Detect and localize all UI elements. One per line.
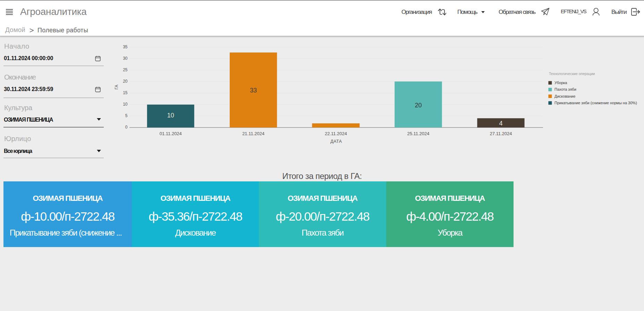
svg-text:01.11.2024: 01.11.2024 (160, 131, 182, 136)
svg-text:Прикатывание зяби (снижение но: Прикатывание зяби (снижение нормы на 30%… (554, 101, 637, 105)
svg-text:20: 20 (415, 102, 422, 109)
svg-text:Дискование: Дискование (554, 94, 575, 98)
svg-text:Технологические операции: Технологические операции (549, 72, 595, 76)
svg-text:30: 30 (123, 56, 128, 61)
svg-text:25.11.2024: 25.11.2024 (407, 131, 429, 136)
svg-text:Пахота зяби: Пахота зяби (554, 87, 576, 91)
svg-text:ДАТА: ДАТА (330, 139, 342, 144)
svg-text:21.11.2024: 21.11.2024 (242, 131, 264, 136)
svg-text:25: 25 (123, 67, 128, 72)
svg-text:0: 0 (125, 125, 128, 130)
svg-text:15: 15 (123, 90, 128, 95)
svg-text:20: 20 (123, 79, 128, 84)
svg-text:ГА: ГА (115, 85, 119, 90)
svg-text:27.11.2024: 27.11.2024 (490, 131, 512, 136)
svg-text:10: 10 (167, 112, 174, 119)
svg-text:4: 4 (499, 120, 502, 127)
svg-text:35: 35 (123, 44, 128, 49)
svg-text:5: 5 (125, 113, 128, 118)
svg-text:Уборка: Уборка (554, 81, 567, 85)
svg-text:10: 10 (123, 102, 128, 107)
svg-text:33: 33 (250, 87, 257, 94)
svg-text:22.11.2024: 22.11.2024 (325, 131, 347, 136)
